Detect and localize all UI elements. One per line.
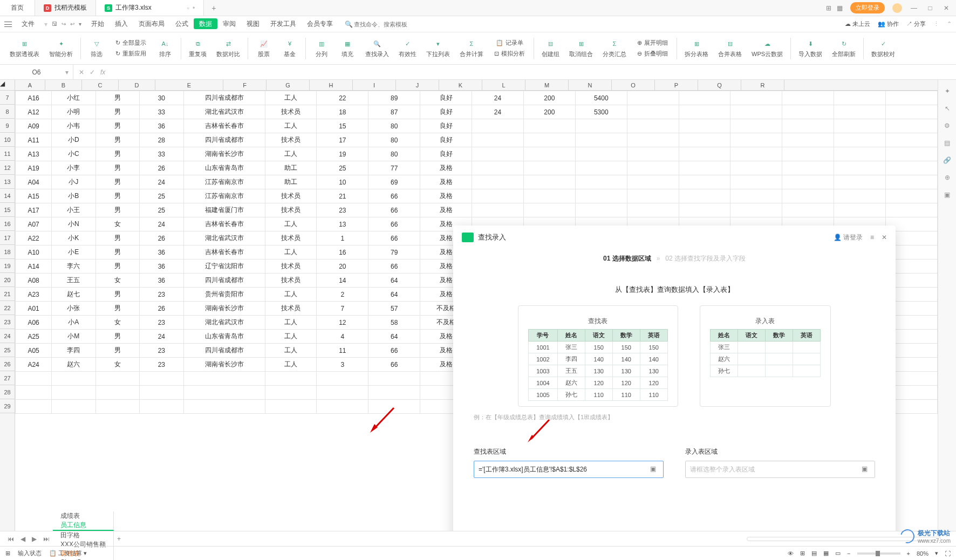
cell[interactable]	[834, 203, 886, 217]
hamburger-icon[interactable]	[4, 22, 12, 27]
cell[interactable]: 3	[317, 358, 368, 372]
cell[interactable]	[886, 161, 938, 175]
cell[interactable]: 王五	[52, 274, 95, 288]
row-header[interactable]: 20	[0, 273, 15, 287]
cell[interactable]: 福建省厦门市	[183, 203, 265, 217]
merge-table-button[interactable]: ⊟合并表格	[714, 37, 746, 60]
menu-视图[interactable]: 视图	[241, 20, 265, 28]
cell[interactable]	[95, 400, 139, 414]
row-header[interactable]: 9	[0, 119, 15, 133]
cell[interactable]	[730, 133, 782, 147]
row-header[interactable]: 7	[0, 91, 15, 105]
enter-icon[interactable]: ✓	[90, 69, 95, 76]
cell[interactable]: 36	[140, 259, 183, 274]
col-header[interactable]: H	[310, 80, 353, 90]
cell[interactable]: 16	[317, 245, 368, 259]
undo-icon[interactable]: ↩	[70, 21, 74, 27]
zoom-in-icon[interactable]: +	[907, 550, 910, 557]
cell[interactable]: 66	[368, 189, 420, 203]
cell[interactable]	[575, 161, 627, 175]
cell[interactable]	[782, 91, 834, 105]
cell[interactable]	[782, 147, 834, 161]
range-select-icon[interactable]: ▣	[862, 465, 870, 474]
cell[interactable]	[95, 386, 139, 400]
cell[interactable]: 良好	[420, 147, 472, 161]
menu-页面布局[interactable]: 页面布局	[133, 20, 170, 28]
menu-会员专享[interactable]: 会员专享	[302, 20, 338, 28]
cell[interactable]	[782, 189, 834, 203]
cell[interactable]: 湖南省长沙市	[183, 358, 265, 372]
fund-button[interactable]: ¥基金	[277, 37, 302, 60]
cell[interactable]: A22	[16, 231, 52, 245]
duplicates-button[interactable]: ⧉重复项	[185, 37, 211, 60]
cell[interactable]: 湖南省长沙市	[183, 147, 265, 161]
cell[interactable]: 66	[368, 358, 420, 372]
cell[interactable]: 工人	[265, 147, 317, 161]
cell[interactable]	[834, 119, 886, 133]
cell[interactable]	[627, 119, 679, 133]
cell[interactable]: 江苏省南京市	[183, 175, 265, 189]
cell[interactable]: 23	[140, 358, 183, 372]
view-normal-icon[interactable]: ▤	[811, 550, 817, 557]
row-header[interactable]: 11	[0, 147, 15, 161]
cell[interactable]: 助工	[265, 161, 317, 175]
cell[interactable]: 69	[368, 175, 420, 189]
cell[interactable]: 26	[140, 231, 183, 245]
cell[interactable]	[730, 203, 782, 217]
cell[interactable]	[679, 105, 730, 119]
collapse-detail-button[interactable]: ⊖折叠明细	[634, 49, 671, 59]
cell[interactable]: 四川省成都市	[183, 344, 265, 358]
cell[interactable]	[679, 175, 730, 189]
sheet-last-icon[interactable]: ⏭	[40, 535, 53, 543]
cell[interactable]: 66	[368, 217, 420, 231]
cell[interactable]	[472, 175, 524, 189]
cell[interactable]: 20	[317, 259, 368, 274]
dropdown-button[interactable]: ▾下拉列表	[422, 37, 454, 60]
cell[interactable]	[140, 386, 183, 400]
show-all-button[interactable]: ↻全部显示	[112, 38, 149, 48]
cell[interactable]: 工人	[265, 119, 317, 133]
cell[interactable]	[782, 119, 834, 133]
tab-home[interactable]: 首页	[0, 0, 35, 16]
zoom-out-icon[interactable]: −	[847, 550, 850, 557]
cell[interactable]	[679, 161, 730, 175]
cell[interactable]	[16, 386, 52, 400]
cell[interactable]: 21	[317, 189, 368, 203]
cell[interactable]: A24	[16, 358, 52, 372]
cell[interactable]: 66	[368, 203, 420, 217]
cell[interactable]: 男	[95, 259, 139, 274]
cell[interactable]: A09	[16, 119, 52, 133]
cell[interactable]: 男	[95, 344, 139, 358]
cell[interactable]	[886, 175, 938, 189]
col-header[interactable]: R	[741, 80, 784, 90]
validation-button[interactable]: ✓有效性	[394, 37, 421, 60]
sheet-tab[interactable]: 田字格	[53, 531, 114, 540]
stock-button[interactable]: 📈股票	[251, 37, 276, 60]
cell[interactable]	[679, 119, 730, 133]
search-input[interactable]	[354, 21, 429, 28]
cell[interactable]	[317, 386, 368, 400]
cell[interactable]: 11	[317, 344, 368, 358]
dialog-menu-icon[interactable]: ≡	[870, 234, 874, 241]
cell[interactable]	[886, 133, 938, 147]
cell[interactable]: A01	[16, 302, 52, 316]
cell[interactable]	[782, 105, 834, 119]
cell[interactable]: 23	[140, 316, 183, 330]
cell[interactable]	[575, 203, 627, 217]
col-header[interactable]: F	[223, 80, 267, 90]
cell[interactable]	[886, 105, 938, 119]
cell[interactable]: 12	[317, 316, 368, 330]
ungroup-button[interactable]: ⊞取消组合	[565, 37, 597, 60]
col-header[interactable]: P	[655, 80, 698, 90]
col-header[interactable]: Q	[698, 80, 741, 90]
sheet-add-icon[interactable]: +	[114, 535, 124, 543]
cell[interactable]	[472, 189, 524, 203]
cell[interactable]	[679, 133, 730, 147]
view-eye-icon[interactable]: 👁	[788, 550, 794, 557]
cell[interactable]	[140, 372, 183, 386]
cell[interactable]	[368, 400, 420, 414]
cell[interactable]: 男	[95, 288, 139, 302]
cell[interactable]: 89	[368, 91, 420, 105]
layout-icon[interactable]: ⊞	[826, 4, 831, 12]
cell[interactable]: 男	[95, 161, 139, 175]
